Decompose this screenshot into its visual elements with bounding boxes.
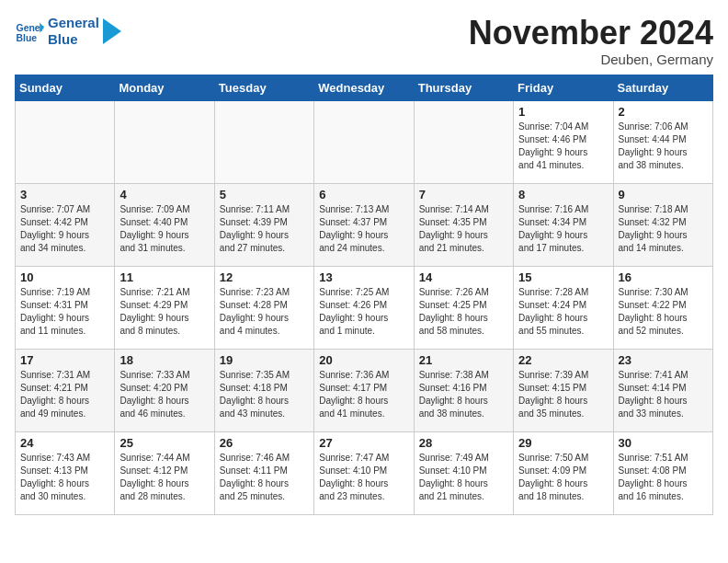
day-number: 2 bbox=[619, 105, 708, 119]
table-row: 21Sunrise: 7:38 AM Sunset: 4:16 PM Dayli… bbox=[414, 349, 513, 431]
day-number: 12 bbox=[220, 270, 309, 284]
day-info: Sunrise: 7:28 AM Sunset: 4:24 PM Dayligh… bbox=[518, 286, 608, 338]
day-number: 26 bbox=[220, 436, 309, 450]
weekday-header-thursday: Thursday bbox=[414, 75, 513, 100]
table-row: 28Sunrise: 7:49 AM Sunset: 4:10 PM Dayli… bbox=[414, 431, 513, 514]
day-info: Sunrise: 7:21 AM Sunset: 4:29 PM Dayligh… bbox=[119, 286, 209, 338]
logo-arrow-icon bbox=[103, 18, 121, 44]
table-row bbox=[214, 100, 313, 183]
table-row: 8Sunrise: 7:16 AM Sunset: 4:34 PM Daylig… bbox=[514, 183, 613, 266]
day-info: Sunrise: 7:35 AM Sunset: 4:18 PM Dayligh… bbox=[220, 369, 309, 420]
table-row: 20Sunrise: 7:36 AM Sunset: 4:17 PM Dayli… bbox=[314, 349, 414, 431]
day-info: Sunrise: 7:26 AM Sunset: 4:25 PM Dayligh… bbox=[419, 286, 508, 338]
weekday-header-friday: Friday bbox=[514, 75, 613, 100]
table-row: 6Sunrise: 7:13 AM Sunset: 4:37 PM Daylig… bbox=[314, 183, 414, 266]
table-row: 24Sunrise: 7:43 AM Sunset: 4:13 PM Dayli… bbox=[16, 431, 115, 514]
day-number: 7 bbox=[419, 188, 508, 201]
day-info: Sunrise: 7:47 AM Sunset: 4:10 PM Dayligh… bbox=[319, 452, 408, 503]
day-info: Sunrise: 7:11 AM Sunset: 4:39 PM Dayligh… bbox=[220, 203, 309, 255]
svg-text:Blue: Blue bbox=[17, 33, 38, 43]
location: Deuben, Germany bbox=[469, 52, 713, 67]
day-number: 5 bbox=[220, 188, 309, 201]
table-row: 29Sunrise: 7:50 AM Sunset: 4:09 PM Dayli… bbox=[514, 431, 613, 514]
day-number: 25 bbox=[119, 436, 209, 450]
table-row bbox=[414, 100, 513, 183]
day-info: Sunrise: 7:46 AM Sunset: 4:11 PM Dayligh… bbox=[220, 452, 309, 503]
day-info: Sunrise: 7:30 AM Sunset: 4:22 PM Dayligh… bbox=[619, 286, 708, 338]
day-number: 4 bbox=[119, 188, 209, 201]
table-row: 23Sunrise: 7:41 AM Sunset: 4:14 PM Dayli… bbox=[613, 349, 712, 431]
day-info: Sunrise: 7:39 AM Sunset: 4:15 PM Dayligh… bbox=[518, 369, 608, 420]
table-row: 7Sunrise: 7:14 AM Sunset: 4:35 PM Daylig… bbox=[414, 183, 513, 266]
calendar-week-2: 3Sunrise: 7:07 AM Sunset: 4:42 PM Daylig… bbox=[16, 183, 713, 266]
day-info: Sunrise: 7:31 AM Sunset: 4:21 PM Dayligh… bbox=[20, 369, 109, 420]
day-number: 21 bbox=[419, 353, 508, 367]
weekday-header-tuesday: Tuesday bbox=[214, 75, 313, 100]
day-number: 8 bbox=[518, 188, 608, 201]
day-info: Sunrise: 7:04 AM Sunset: 4:46 PM Dayligh… bbox=[518, 121, 608, 172]
day-number: 24 bbox=[20, 436, 109, 450]
day-info: Sunrise: 7:23 AM Sunset: 4:28 PM Dayligh… bbox=[220, 286, 309, 338]
table-row: 30Sunrise: 7:51 AM Sunset: 4:08 PM Dayli… bbox=[613, 431, 712, 514]
calendar-week-3: 10Sunrise: 7:19 AM Sunset: 4:31 PM Dayli… bbox=[16, 266, 713, 349]
table-row: 3Sunrise: 7:07 AM Sunset: 4:42 PM Daylig… bbox=[16, 183, 115, 266]
title-block: November 2024 Deuben, Germany bbox=[469, 15, 713, 67]
table-row: 12Sunrise: 7:23 AM Sunset: 4:28 PM Dayli… bbox=[214, 266, 313, 349]
day-info: Sunrise: 7:14 AM Sunset: 4:35 PM Dayligh… bbox=[419, 203, 508, 255]
table-row bbox=[16, 100, 115, 183]
table-row: 1Sunrise: 7:04 AM Sunset: 4:46 PM Daylig… bbox=[514, 100, 613, 183]
day-info: Sunrise: 7:43 AM Sunset: 4:13 PM Dayligh… bbox=[20, 452, 109, 503]
day-number: 20 bbox=[319, 353, 408, 367]
day-info: Sunrise: 7:50 AM Sunset: 4:09 PM Dayligh… bbox=[518, 452, 608, 503]
table-row: 16Sunrise: 7:30 AM Sunset: 4:22 PM Dayli… bbox=[613, 266, 712, 349]
weekday-header-wednesday: Wednesday bbox=[314, 75, 414, 100]
weekday-header-saturday: Saturday bbox=[613, 75, 712, 100]
table-row: 25Sunrise: 7:44 AM Sunset: 4:12 PM Dayli… bbox=[115, 431, 214, 514]
weekday-header-row: SundayMondayTuesdayWednesdayThursdayFrid… bbox=[16, 75, 713, 100]
day-number: 18 bbox=[119, 353, 209, 367]
day-info: Sunrise: 7:07 AM Sunset: 4:42 PM Dayligh… bbox=[20, 203, 109, 255]
day-info: Sunrise: 7:36 AM Sunset: 4:17 PM Dayligh… bbox=[319, 369, 408, 420]
day-number: 3 bbox=[20, 188, 109, 201]
day-number: 14 bbox=[419, 270, 508, 284]
day-info: Sunrise: 7:33 AM Sunset: 4:20 PM Dayligh… bbox=[119, 369, 209, 420]
day-number: 6 bbox=[319, 188, 408, 201]
table-row: 5Sunrise: 7:11 AM Sunset: 4:39 PM Daylig… bbox=[214, 183, 313, 266]
page-header: General Blue General Blue November 2024 … bbox=[15, 15, 713, 67]
day-number: 28 bbox=[419, 436, 508, 450]
day-info: Sunrise: 7:09 AM Sunset: 4:40 PM Dayligh… bbox=[119, 203, 209, 255]
day-info: Sunrise: 7:49 AM Sunset: 4:10 PM Dayligh… bbox=[419, 452, 508, 503]
day-info: Sunrise: 7:38 AM Sunset: 4:16 PM Dayligh… bbox=[419, 369, 508, 420]
logo-text-general: General bbox=[48, 15, 99, 31]
table-row: 26Sunrise: 7:46 AM Sunset: 4:11 PM Dayli… bbox=[214, 431, 313, 514]
day-number: 10 bbox=[20, 270, 109, 284]
table-row: 2Sunrise: 7:06 AM Sunset: 4:44 PM Daylig… bbox=[613, 100, 712, 183]
day-info: Sunrise: 7:41 AM Sunset: 4:14 PM Dayligh… bbox=[619, 369, 708, 420]
calendar-week-4: 17Sunrise: 7:31 AM Sunset: 4:21 PM Dayli… bbox=[16, 349, 713, 431]
day-number: 16 bbox=[619, 270, 708, 284]
table-row: 27Sunrise: 7:47 AM Sunset: 4:10 PM Dayli… bbox=[314, 431, 414, 514]
day-number: 11 bbox=[119, 270, 209, 284]
month-title: November 2024 bbox=[469, 15, 713, 52]
day-info: Sunrise: 7:51 AM Sunset: 4:08 PM Dayligh… bbox=[619, 452, 708, 503]
calendar-table: SundayMondayTuesdayWednesdayThursdayFrid… bbox=[15, 75, 713, 515]
table-row: 22Sunrise: 7:39 AM Sunset: 4:15 PM Dayli… bbox=[514, 349, 613, 431]
day-number: 1 bbox=[518, 105, 608, 119]
table-row bbox=[115, 100, 214, 183]
table-row: 10Sunrise: 7:19 AM Sunset: 4:31 PM Dayli… bbox=[16, 266, 115, 349]
day-info: Sunrise: 7:18 AM Sunset: 4:32 PM Dayligh… bbox=[619, 203, 708, 255]
table-row: 17Sunrise: 7:31 AM Sunset: 4:21 PM Dayli… bbox=[16, 349, 115, 431]
table-row: 13Sunrise: 7:25 AM Sunset: 4:26 PM Dayli… bbox=[314, 266, 414, 349]
day-number: 9 bbox=[619, 188, 708, 201]
day-number: 27 bbox=[319, 436, 408, 450]
table-row: 14Sunrise: 7:26 AM Sunset: 4:25 PM Dayli… bbox=[414, 266, 513, 349]
table-row: 9Sunrise: 7:18 AM Sunset: 4:32 PM Daylig… bbox=[613, 183, 712, 266]
day-number: 19 bbox=[220, 353, 309, 367]
table-row bbox=[314, 100, 414, 183]
day-info: Sunrise: 7:25 AM Sunset: 4:26 PM Dayligh… bbox=[319, 286, 408, 338]
calendar-week-1: 1Sunrise: 7:04 AM Sunset: 4:46 PM Daylig… bbox=[16, 100, 713, 183]
day-info: Sunrise: 7:06 AM Sunset: 4:44 PM Dayligh… bbox=[619, 121, 708, 172]
day-number: 15 bbox=[518, 270, 608, 284]
day-number: 30 bbox=[619, 436, 708, 450]
day-number: 29 bbox=[518, 436, 608, 450]
